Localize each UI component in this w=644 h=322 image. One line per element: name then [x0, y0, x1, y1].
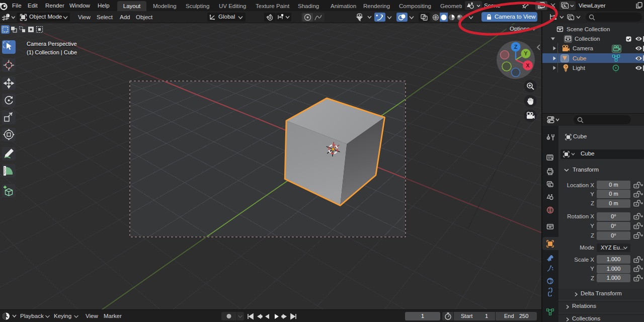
svg-text:Y: Y	[524, 50, 528, 56]
svg-text:X: X	[526, 62, 530, 68]
svg-text:Z: Z	[514, 44, 518, 50]
